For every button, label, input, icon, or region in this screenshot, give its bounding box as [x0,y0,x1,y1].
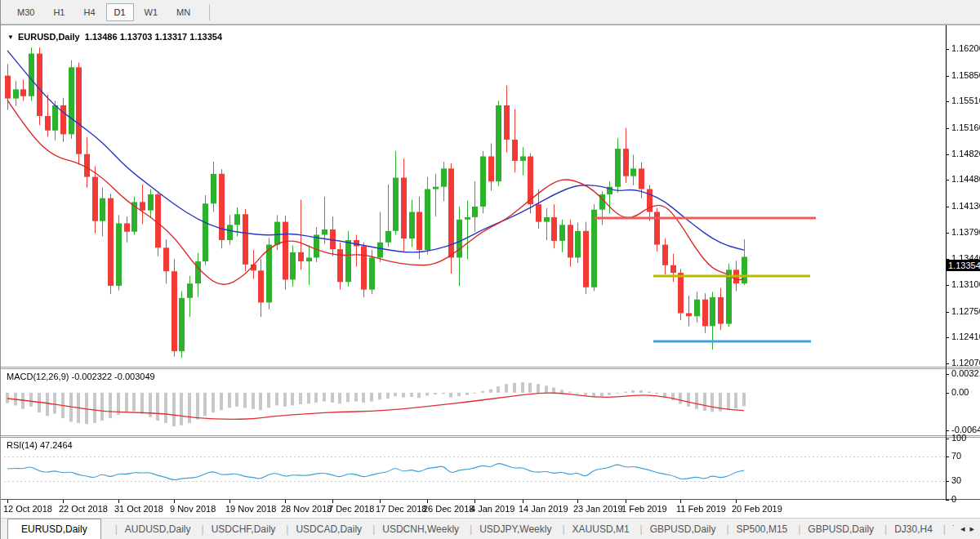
timeframe-button[interactable]: H4 [75,3,103,21]
chart-tabs: EURUSD,DailyAUDUSD,DailyUSDCHF,DailyUSDC… [7,519,954,539]
timeframe-button[interactable]: W1 [136,3,167,21]
tab-scroll-left-icon[interactable]: ◂ [960,523,965,534]
chart-tab[interactable]: AUDUSD,Daily [106,520,193,538]
timeframe-button[interactable]: M30 [9,3,42,21]
timeframe-button[interactable]: D1 [106,3,134,21]
chart-tab-label: SP500,M15 [737,523,788,535]
timeframe-buttons: M30H1H4D1W1MN [9,3,201,21]
chart-tab-label: DJ30,H4 [894,523,933,535]
chart-tab[interactable]: TECH10 [934,520,954,538]
timeframe-button[interactable]: H1 [45,3,73,21]
chart-tab-label: GBPUSD,Daily [808,523,874,535]
current-price-tag: 1.13354 [946,260,980,271]
toolbar-separator [209,4,210,20]
chart-tab-label: USDJPY,Weekly [479,523,551,535]
chart-tab[interactable]: USDCHF,Daily [193,520,278,538]
chart-tab-label: USDCAD,Daily [296,523,362,535]
chart-tab[interactable]: SP500,M15 [717,520,789,538]
chart-tab-label: AUDUSD,Daily [125,523,191,535]
chart-tab-label: XAUUSD,M1 [572,523,630,535]
chart-tab[interactable]: USDCNH,Weekly [363,520,461,538]
chart-tab[interactable]: EURUSD,Daily [7,519,101,539]
price-chart-canvas[interactable] [1,24,980,518]
chart-tab-label: USDCNH,Weekly [382,523,459,535]
chart-tab-label: USDCHF,Daily [212,523,276,535]
chart-tab[interactable]: USDCAD,Daily [277,520,363,538]
chart-tab-label: EURUSD,Daily [21,523,87,535]
tab-scroll-arrows: ◂ ▸ [954,519,980,539]
chart-tab[interactable]: DJ30,H4 [875,520,934,538]
chart-area: ▼EURUSD,Daily 1.13486 1.13703 1.13317 1.… [1,24,980,518]
chart-tab[interactable]: GBPUSD,Daily [631,520,718,538]
timeframe-toolbar: M30H1H4D1W1MN [1,0,980,24]
chart-tab-bar: EURUSD,DailyAUDUSD,DailyUSDCHF,DailyUSDC… [1,518,980,539]
chart-tab[interactable]: GBPUSD,Daily [789,520,875,538]
chart-tab-label: GBPUSD,Daily [650,523,716,535]
chart-tab[interactable]: XAUUSD,M1 [553,520,630,538]
chart-tab[interactable]: USDJPY,Weekly [461,520,553,538]
mt4-chart-window: M30H1H4D1W1MN ▼EURUSD,Daily 1.13486 1.13… [0,0,980,539]
timeframe-button[interactable]: MN [168,3,198,21]
tab-scroll-right-icon[interactable]: ▸ [969,523,974,534]
